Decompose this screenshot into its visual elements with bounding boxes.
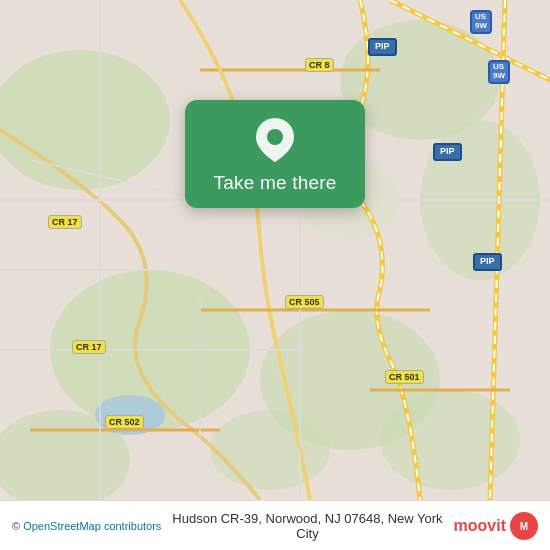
road-label-cr501: CR 501	[385, 370, 424, 384]
svg-point-8	[380, 390, 520, 490]
pip-badge-3: PIP	[473, 253, 502, 271]
svg-rect-0	[0, 0, 550, 500]
moovit-logo-text: moovit	[454, 517, 506, 535]
road-label-cr17-2: CR 17	[72, 340, 106, 354]
svg-point-25	[267, 129, 283, 145]
moovit-logo-icon: M	[510, 512, 538, 540]
pip-badge-1: PIP	[368, 38, 397, 56]
moovit-branding: moovit M	[454, 512, 538, 540]
map-container: CR 17 CR 17 CR 8 CR 505 CR 501 CR 502 (1…	[0, 0, 550, 500]
map-roads	[0, 0, 550, 500]
copyright-text: © OpenStreetMap contributors	[12, 520, 161, 532]
address-text: Hudson CR-39, Norwood, NJ 07648, New Yor…	[161, 511, 453, 541]
road-label-cr17-1: CR 17	[48, 215, 82, 229]
location-popup: Take me there	[185, 100, 365, 208]
openstreetmap-link[interactable]: OpenStreetMap contributors	[23, 520, 161, 532]
us9w-badge-1: US9W	[470, 10, 492, 34]
us9w-badge-2: US9W	[488, 60, 510, 84]
road-label-cr502: CR 502	[105, 415, 144, 429]
pip-badge-2: PIP	[433, 143, 462, 161]
take-me-there-button[interactable]: Take me there	[214, 172, 337, 194]
road-label-cr8: CR 8	[305, 58, 334, 72]
svg-point-7	[210, 410, 330, 490]
road-label-cr505: CR 505	[285, 295, 324, 309]
bottom-bar: © OpenStreetMap contributors Hudson CR-3…	[0, 500, 550, 550]
svg-point-1	[0, 50, 170, 190]
location-pin-icon	[253, 118, 297, 162]
svg-text:M: M	[520, 521, 528, 532]
copyright-symbol: ©	[12, 520, 20, 532]
copyright-section: © OpenStreetMap contributors	[12, 520, 161, 532]
